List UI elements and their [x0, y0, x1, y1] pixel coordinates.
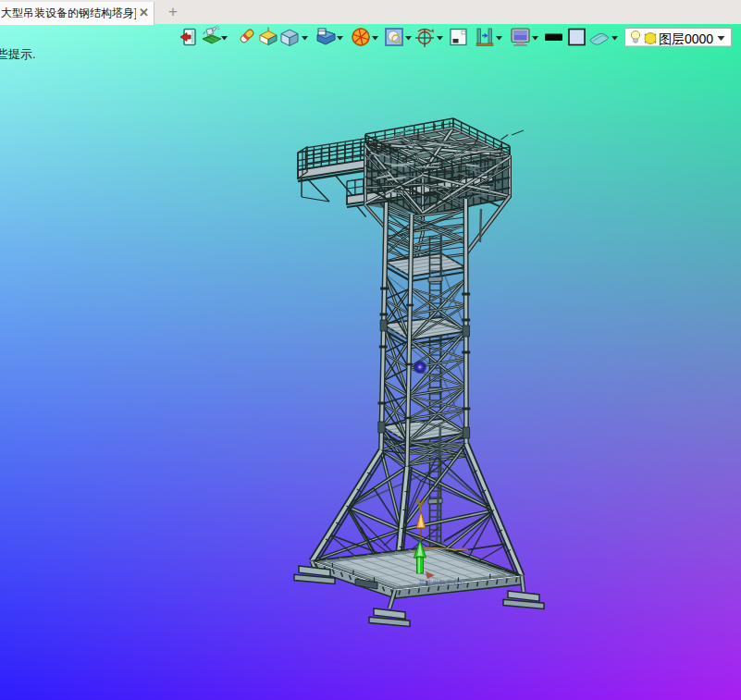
svg-text:基准坐标系1(1): 基准坐标系1(1)	[418, 579, 465, 587]
svg-text:图层0000: 图层0000	[659, 31, 713, 46]
